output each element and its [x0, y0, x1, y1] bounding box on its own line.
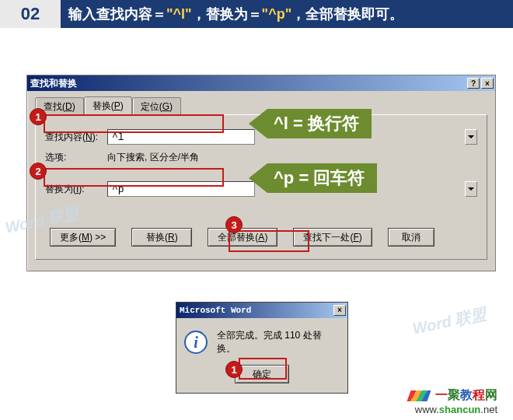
replace-label: 替换为(I):	[45, 183, 107, 196]
callout-arrow-icon	[249, 109, 267, 138]
instr-suffix: ，全部替换即可。	[291, 5, 403, 23]
replace-all-button[interactable]: 全部替换(A)	[208, 228, 277, 247]
badge-1: 1	[30, 108, 47, 125]
ok-button[interactable]: 确定	[235, 365, 289, 383]
msgbox-close-button[interactable]: ×	[333, 305, 346, 316]
options-row: 选项: 向下搜索, 区分全/半角	[45, 151, 477, 164]
more-button[interactable]: 更多(M) >>	[50, 228, 116, 247]
badge-3: 3	[225, 216, 243, 233]
options-value: 向下搜索, 区分全/半角	[107, 151, 199, 164]
callout-linefeed: ^l = 换行符	[249, 109, 372, 138]
chevron-down-icon	[468, 135, 474, 138]
tab-goto[interactable]: 定位(G)	[132, 97, 181, 116]
replace-input[interactable]: ^p	[107, 181, 255, 197]
find-input[interactable]: ^l	[107, 129, 255, 145]
site-url: www.shancun.net	[415, 404, 497, 415]
instr-mid: ，替换为＝	[192, 5, 262, 23]
callout-text: ^p = 回车符	[267, 163, 377, 193]
help-button[interactable]: ?	[467, 78, 480, 89]
button-row: 更多(M) >> 替换(R) 全部替换(A) 查找下一处(F) 取消	[45, 228, 477, 247]
tab-replace[interactable]: 替换(P)	[84, 96, 132, 115]
find-label: 查找内容(N):	[45, 131, 107, 144]
callout-arrow-icon	[249, 163, 267, 193]
dialog-titlebar[interactable]: 查找和替换 ? ×	[27, 75, 495, 91]
replace-dropdown-button[interactable]	[465, 181, 477, 197]
find-dropdown-button[interactable]	[465, 129, 477, 145]
callout-text: ^l = 换行符	[267, 109, 372, 138]
msgbox-title: Microsoft Word	[180, 306, 332, 315]
site-logo: 一聚教程网	[409, 387, 497, 404]
dialog-title: 查找和替换	[30, 77, 466, 90]
watermark: Word 联盟	[410, 303, 488, 339]
msgbox-message: 全部完成。完成 110 处替换。	[217, 329, 340, 355]
chevron-down-icon	[468, 187, 474, 191]
close-button[interactable]: ×	[481, 78, 494, 89]
msgbox-titlebar[interactable]: Microsoft Word ×	[176, 303, 347, 318]
replace-button[interactable]: 替换(R)	[131, 228, 192, 247]
callout-carriage-return: ^p = 回车符	[249, 163, 377, 193]
instr-find-value: "^l"	[166, 6, 192, 23]
find-next-button[interactable]: 查找下一处(F)	[293, 228, 372, 247]
instr-replace-value: "^p"	[262, 6, 292, 23]
options-label: 选项:	[45, 151, 107, 164]
step-number: 02	[0, 0, 61, 28]
footer: 一聚教程网 www.shancun.net	[409, 387, 497, 415]
instruction-bar: 输入查找内容＝ "^l" ，替换为＝ "^p" ，全部替换即可。	[61, 0, 513, 28]
info-icon: i	[184, 331, 208, 354]
cancel-button[interactable]: 取消	[388, 228, 434, 247]
completion-msgbox: Microsoft Word × i 全部完成。完成 110 处替换。 确定	[176, 302, 348, 394]
page-header: 02 输入查找内容＝ "^l" ，替换为＝ "^p" ，全部替换即可。	[0, 0, 513, 28]
badge-msg-1: 1	[225, 361, 243, 378]
badge-2: 2	[30, 163, 47, 180]
instr-text: 输入查找内容＝	[68, 5, 166, 23]
stripes-icon	[407, 390, 431, 401]
